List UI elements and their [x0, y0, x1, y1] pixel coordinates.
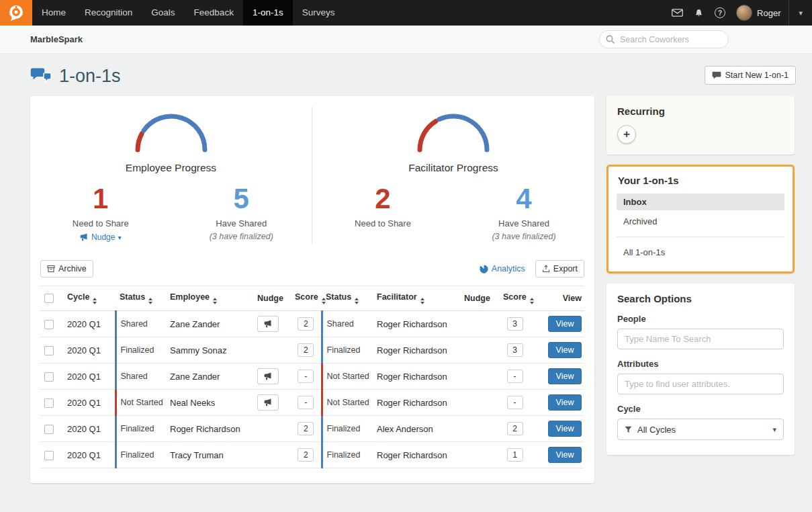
column-header-status-facilitator[interactable]: Status [322, 286, 373, 311]
company-name[interactable]: MarbleSpark [30, 34, 83, 44]
speech-bubble-icon [712, 71, 721, 79]
employee-name-cell: Zane Zander [166, 364, 253, 390]
nudge-button[interactable] [257, 368, 279, 384]
nudge-button[interactable] [257, 316, 279, 332]
facilitator-nudge-cell [460, 442, 499, 468]
row-checkbox[interactable] [44, 451, 54, 460]
table-header-row: CycleStatusEmployeeNudgeScoreStatusFacil… [40, 286, 584, 311]
facilitator-finalized-note: (3 have finalized) [453, 232, 594, 241]
nudge-dropdown-link[interactable]: Nudge ▾ [80, 232, 121, 242]
search-icon [606, 35, 615, 44]
facilitator-need-count: 2 [312, 185, 453, 213]
nav-item-goals[interactable]: Goals [142, 0, 184, 26]
nav-item-surveys[interactable]: Surveys [293, 0, 345, 26]
row-checkbox[interactable] [44, 320, 54, 329]
nav-item-feedback[interactable]: Feedback [185, 0, 243, 26]
column-label: Score [295, 292, 318, 302]
employee-name-cell: Neal Neeks [166, 390, 253, 416]
user-dropdown-caret[interactable]: ▾ [788, 0, 812, 26]
column-label: Nudge [257, 294, 283, 303]
nudge-button[interactable] [257, 394, 279, 411]
search-options-title: Search Options [617, 293, 784, 304]
chat-bubbles-icon [30, 67, 52, 85]
employee-score-cell: 2 [291, 442, 322, 468]
export-button[interactable]: Export [535, 260, 584, 278]
employee-name-cell: Zane Zander [166, 311, 253, 337]
view-button[interactable]: View [548, 368, 582, 384]
column-header-facilitator[interactable]: Facilitator [373, 286, 460, 311]
facilitator-gauge-red-arc [420, 121, 436, 150]
facilitator-name-cell: Roger Richardson [373, 442, 460, 468]
sidebar-item-archived[interactable]: Archived [617, 213, 784, 230]
row-checkbox[interactable] [44, 425, 54, 434]
table-row: 2020 Q1 Not Started Neal Neeks - Not Sta… [40, 390, 584, 416]
view-button[interactable]: View [548, 342, 582, 358]
sidebar-item-inbox[interactable]: Inbox [617, 194, 784, 210]
nav-item-1on1s[interactable]: 1-on-1s [243, 0, 293, 26]
archive-button[interactable]: Archive [40, 260, 93, 278]
attributes-search-input[interactable] [617, 374, 784, 394]
user-menu[interactable]: Roger [731, 5, 788, 21]
employee-nudge-cell [253, 416, 291, 442]
facilitator-status-cell: Not Started [322, 390, 373, 416]
sort-icon[interactable] [355, 298, 359, 304]
column-header-status-employee[interactable]: Status [116, 286, 166, 311]
view-cell: View [531, 337, 584, 364]
table-toolbar: Archive Analytics Export [30, 257, 594, 286]
column-header-view: View [531, 286, 584, 311]
sidebar-item-all-1on1s[interactable]: All 1-on-1s [617, 244, 784, 261]
one-on-ones-table: CycleStatusEmployeeNudgeScoreStatusFacil… [40, 286, 584, 468]
analytics-link[interactable]: Analytics [480, 264, 525, 273]
view-button[interactable]: View [548, 447, 582, 463]
nav-item-recognition[interactable]: Recognition [75, 0, 142, 26]
column-header-cycle[interactable]: Cycle [63, 286, 116, 311]
facilitator-shared-label: Have Shared [453, 218, 594, 228]
employee-status-cell: Finalized [116, 337, 166, 364]
facilitator-gauge-blue-arc [439, 116, 487, 150]
add-recurring-button[interactable]: + [617, 125, 636, 144]
select-all-checkbox[interactable] [44, 294, 54, 303]
facilitator-status-cell: Finalized [322, 416, 373, 442]
messages-icon[interactable] [666, 0, 688, 26]
people-search-input[interactable] [617, 329, 784, 349]
pie-chart-icon [480, 265, 488, 273]
view-button[interactable]: View [548, 421, 582, 437]
cycle-cell: 2020 Q1 [63, 337, 116, 364]
app-logo[interactable] [0, 0, 32, 26]
employee-nudge-cell [253, 311, 291, 337]
megaphone-icon [264, 372, 273, 380]
your-1on1s-card: Your 1-on-1s Inbox Archived All 1-on-1s [606, 165, 795, 273]
column-label: Score [503, 292, 527, 302]
coworker-search-input[interactable] [599, 30, 729, 48]
employee-progress-title: Employee Progress [30, 162, 312, 174]
table-row: 2020 Q1 Shared Zane Zander 2 Shared Roge… [40, 311, 584, 337]
sort-icon[interactable] [213, 298, 217, 304]
facilitator-progress-gauge [413, 110, 494, 154]
notifications-icon[interactable] [688, 0, 709, 26]
facilitator-name-cell: Roger Richardson [373, 390, 460, 416]
facilitator-score-cell: 3 [499, 337, 531, 364]
sort-icon[interactable] [420, 298, 424, 304]
recurring-card: Recurring + [606, 96, 795, 155]
facilitator-name-cell: Roger Richardson [373, 337, 460, 364]
row-checkbox[interactable] [44, 372, 54, 382]
table-row: 2020 Q1 Shared Zane Zander - Not Started… [40, 364, 584, 390]
column-header-score-employee[interactable]: Score [291, 286, 322, 311]
row-checkbox[interactable] [44, 346, 54, 355]
start-new-1on1-button[interactable]: Start New 1-on-1 [705, 66, 796, 85]
row-checkbox[interactable] [44, 398, 54, 408]
sort-icon[interactable] [322, 298, 326, 304]
facilitator-score-box: 3 [507, 343, 523, 357]
column-header-employee[interactable]: Employee [166, 286, 253, 311]
view-button[interactable]: View [548, 394, 582, 411]
nav-item-home[interactable]: Home [32, 0, 75, 26]
view-button[interactable]: View [548, 316, 582, 332]
employee-nudge-cell [253, 364, 291, 390]
sort-icon[interactable] [530, 298, 534, 304]
sort-icon[interactable] [148, 298, 152, 304]
column-header-score-facilitator[interactable]: Score [499, 286, 531, 311]
cycle-filter-dropdown[interactable]: All Cycles ▾ [617, 419, 784, 440]
sort-icon[interactable] [93, 298, 97, 304]
facilitator-score-cell: - [499, 364, 531, 390]
help-icon[interactable]: ? [709, 0, 731, 26]
